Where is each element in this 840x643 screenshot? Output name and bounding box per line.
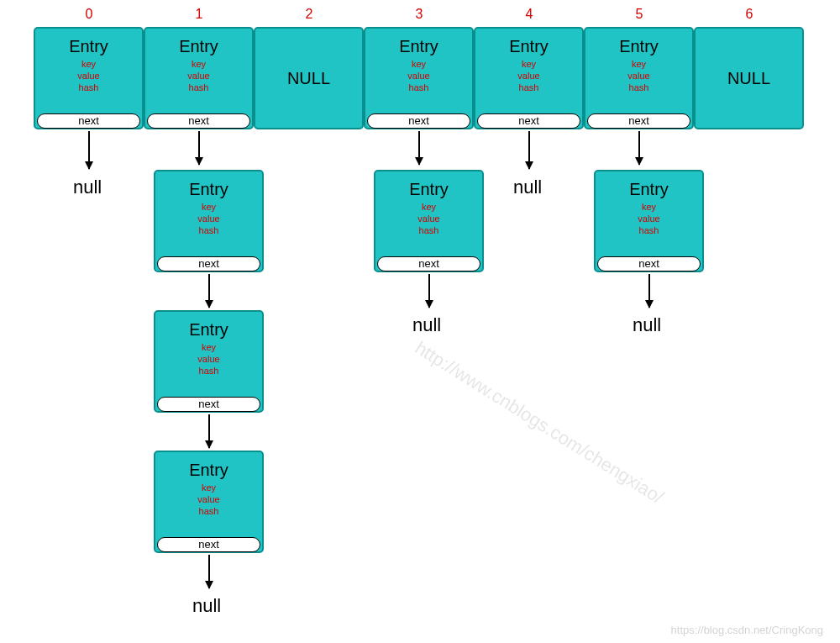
- bucket-5-chain-1: Entry keyvaluehash next: [594, 170, 704, 272]
- bucket-1-chain-2: Entry keyvaluehash next: [154, 310, 264, 413]
- bucket-index: 1: [191, 7, 207, 22]
- hashmap-diagram: { "labels": { "entry": "Entry", "key": "…: [0, 0, 840, 643]
- null-terminal: null: [633, 314, 661, 336]
- entry-fields: keyvaluehash: [596, 201, 702, 236]
- arrow-down-icon: [208, 414, 210, 448]
- entry-fields: keyvaluehash: [155, 201, 262, 236]
- bucket-index: 5: [631, 7, 648, 22]
- entry-title: Entry: [155, 312, 262, 340]
- arrow-down-icon: [638, 131, 640, 165]
- entry-title: Entry: [596, 171, 702, 199]
- arrow-down-icon: [88, 131, 90, 169]
- arrow-down-icon: [208, 555, 210, 588]
- bucket-0-entry: Entry keyvaluehash next: [34, 27, 144, 129]
- null-text: NULL: [727, 69, 770, 88]
- entry-title: Entry: [145, 29, 252, 56]
- next-slot: next: [157, 537, 260, 552]
- bucket-3-entry: Entry keyvaluehash next: [364, 27, 474, 129]
- next-slot: next: [587, 113, 690, 129]
- entry-fields: keyvaluehash: [365, 58, 472, 93]
- bucket-index: 6: [741, 7, 758, 22]
- entry-title: Entry: [155, 452, 262, 480]
- next-slot: next: [147, 113, 250, 129]
- bucket-index: 3: [411, 7, 428, 22]
- bucket-index: 4: [521, 7, 538, 22]
- bucket-5-entry: Entry keyvaluehash next: [584, 27, 694, 129]
- next-slot: next: [157, 397, 260, 412]
- bucket-index: 0: [81, 7, 97, 22]
- next-slot: next: [597, 256, 701, 271]
- entry-fields: keyvaluehash: [155, 341, 262, 377]
- null-terminal: null: [513, 177, 542, 198]
- bucket-1-chain-3: Entry keyvaluehash next: [154, 451, 264, 553]
- entry-title: Entry: [35, 29, 142, 56]
- next-slot: next: [377, 256, 480, 271]
- entry-fields: keyvaluehash: [585, 58, 692, 93]
- arrow-down-icon: [418, 131, 420, 165]
- entry-fields: keyvaluehash: [155, 482, 262, 517]
- arrow-down-icon: [208, 274, 210, 308]
- next-slot: next: [477, 113, 580, 129]
- entry-title: Entry: [155, 171, 262, 199]
- arrow-down-icon: [428, 274, 430, 308]
- arrow-down-icon: [648, 274, 650, 308]
- null-terminal: null: [73, 177, 102, 198]
- next-slot: next: [367, 113, 470, 129]
- entry-title: Entry: [585, 29, 692, 56]
- bucket-index: 2: [301, 7, 318, 22]
- next-slot: next: [37, 113, 140, 129]
- entry-fields: keyvaluehash: [145, 58, 252, 93]
- arrow-down-icon: [198, 131, 200, 165]
- null-terminal: null: [192, 595, 221, 617]
- watermark-diagonal: http://www.cnblogs.com/chengxiao/: [411, 337, 667, 509]
- bucket-1-chain-1: Entry keyvaluehash next: [154, 170, 264, 272]
- next-slot: next: [157, 256, 260, 271]
- bucket-6-null: NULL: [694, 27, 804, 129]
- entry-fields: keyvaluehash: [375, 201, 482, 236]
- bucket-4-entry: Entry keyvaluehash next: [474, 27, 584, 129]
- null-terminal: null: [412, 314, 441, 336]
- entry-title: Entry: [365, 29, 472, 56]
- entry-fields: keyvaluehash: [35, 58, 142, 93]
- entry-title: Entry: [375, 171, 482, 199]
- entry-fields: keyvaluehash: [475, 58, 582, 93]
- entry-title: Entry: [475, 29, 582, 56]
- arrow-down-icon: [528, 131, 530, 169]
- null-text: NULL: [287, 69, 330, 88]
- bucket-1-entry: Entry keyvaluehash next: [144, 27, 254, 129]
- bucket-2-null: NULL: [254, 27, 364, 129]
- watermark-footer: https://blog.csdn.net/CringKong: [671, 624, 823, 636]
- bucket-3-chain-1: Entry keyvaluehash next: [374, 170, 484, 272]
